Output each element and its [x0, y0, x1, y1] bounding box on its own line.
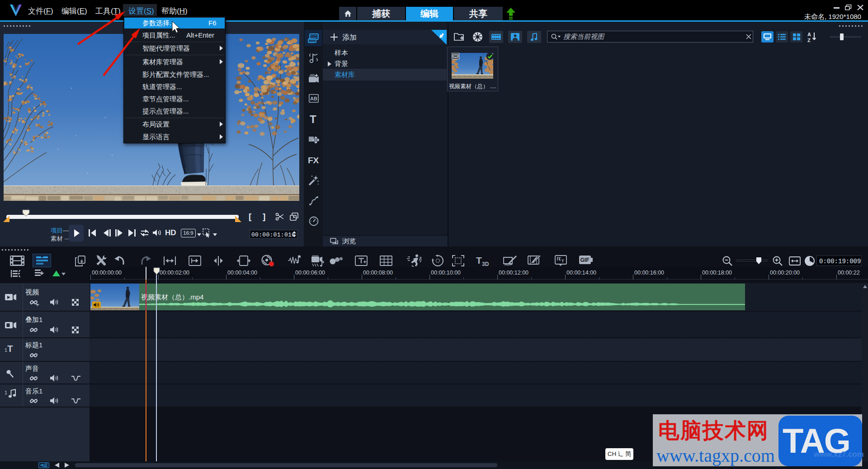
svg-text:1: 1 [7, 323, 9, 328]
